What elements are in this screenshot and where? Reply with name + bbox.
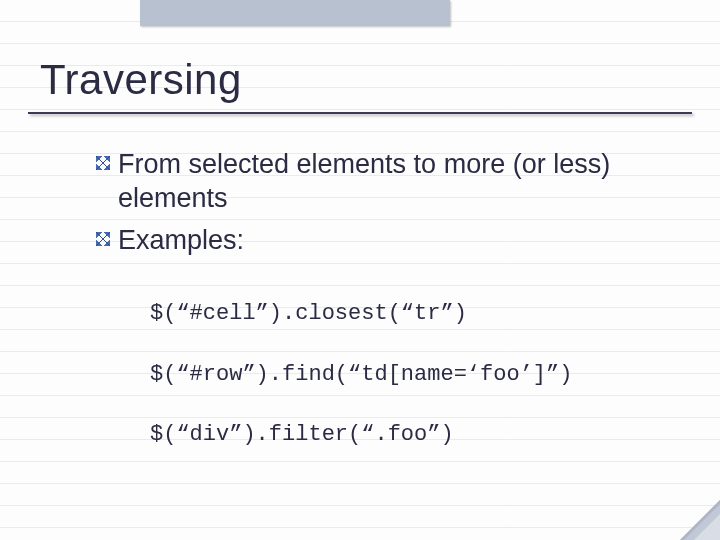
page-curl-icon — [680, 500, 720, 540]
bullet-text: From selected elements to more (or less)… — [118, 148, 660, 216]
title-underline — [28, 112, 692, 114]
bullet-text: Examples: — [118, 224, 244, 258]
code-line: $(“div”).filter(“.foo”) — [150, 422, 660, 448]
diamond-bullet-icon — [96, 232, 110, 246]
slide-title: Traversing — [40, 56, 242, 104]
bullet-item: Examples: — [96, 224, 660, 258]
code-line: $(“#row”).find(“td[name=‘foo’]”) — [150, 362, 660, 388]
bullet-item: From selected elements to more (or less)… — [96, 148, 660, 216]
diamond-bullet-icon — [96, 156, 110, 170]
slide-body: From selected elements to more (or less)… — [96, 148, 660, 448]
code-examples: $(“#cell”).closest(“tr”) $(“#row”).find(… — [150, 301, 660, 448]
code-line: $(“#cell”).closest(“tr”) — [150, 301, 660, 327]
header-accent-bar — [140, 0, 450, 26]
